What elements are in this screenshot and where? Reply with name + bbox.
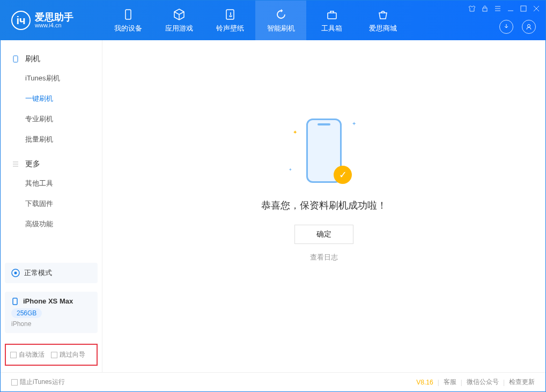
checkbox-skip-guide[interactable]: 跳过向导 <box>51 350 85 359</box>
close-icon[interactable] <box>533 5 540 12</box>
menu-icon[interactable] <box>494 5 501 12</box>
shirt-icon[interactable] <box>468 5 476 12</box>
maximize-icon[interactable] <box>520 5 527 12</box>
checkbox-auto-activate[interactable]: 自动激活 <box>10 350 45 359</box>
app-name: 爱思助手 <box>35 12 73 22</box>
nav-store[interactable]: 爱思商城 <box>357 1 408 40</box>
device-name: iPhone XS Max <box>23 297 73 305</box>
sidebar-item-batch[interactable]: 批量刷机 <box>1 129 102 150</box>
section-title: 更多 <box>25 159 40 169</box>
mode-label: 正常模式 <box>24 268 52 278</box>
device-box[interactable]: iPhone XS Max 256GB iPhone <box>5 292 98 333</box>
device-phone-icon <box>11 298 19 305</box>
svg-rect-2 <box>328 13 336 19</box>
checkbox-label: 自动激活 <box>19 350 45 359</box>
nav-tabs: 我的设备 应用游戏 铃声壁纸 智能刷机 工具箱 爱思商城 <box>102 1 408 40</box>
check-icon: ✓ <box>334 166 352 184</box>
nav-label: 应用游戏 <box>165 24 193 33</box>
header-actions <box>499 20 536 34</box>
option-box: 自动激活 跳过向导 <box>5 344 98 366</box>
svg-rect-4 <box>521 6 526 11</box>
nav-label: 智能刷机 <box>267 24 295 33</box>
toolbox-icon <box>326 8 338 21</box>
checkbox-icon <box>11 379 18 386</box>
view-log-link[interactable]: 查看日志 <box>310 253 338 262</box>
phone-icon <box>11 55 20 63</box>
nav-apps[interactable]: 应用游戏 <box>153 1 204 40</box>
device-type: iPhone <box>11 320 91 328</box>
main-content: ✦ ✦ ✦ ✓ 恭喜您，保资料刷机成功啦！ 确定 查看日志 <box>102 40 545 372</box>
sidebar-item-pro[interactable]: 专业刷机 <box>1 109 102 129</box>
cube-icon <box>173 8 186 21</box>
sidebar-item-firmware[interactable]: 下载固件 <box>1 194 102 214</box>
svg-rect-3 <box>483 8 487 11</box>
checkbox-label: 跳过向导 <box>60 350 85 359</box>
sidebar-section-flash: 刷机 <box>1 50 102 68</box>
support-link[interactable]: 客服 <box>444 378 456 387</box>
checkbox-icon <box>10 352 17 358</box>
nav-flash[interactable]: 智能刷机 <box>255 1 306 40</box>
logo-area: iч 爱思助手 www.i4.cn <box>1 11 102 30</box>
nav-label: 我的设备 <box>114 24 142 33</box>
checkbox-label: 阻止iTunes运行 <box>20 378 65 387</box>
store-icon <box>377 8 389 21</box>
wechat-link[interactable]: 微信公众号 <box>467 378 499 387</box>
mode-box[interactable]: 正常模式 <box>5 263 98 283</box>
device-icon <box>122 8 135 21</box>
nav-ringtones[interactable]: 铃声壁纸 <box>204 1 255 40</box>
logo-icon: iч <box>11 11 31 30</box>
download-icon[interactable] <box>499 20 513 34</box>
svg-rect-9 <box>13 298 17 305</box>
footer: 阻止iTunes运行 V8.16 | 客服 | 微信公众号 | 检查更新 <box>1 372 545 391</box>
ok-button[interactable]: 确定 <box>294 225 353 244</box>
list-icon <box>11 160 20 168</box>
nav-label: 工具箱 <box>321 24 342 33</box>
success-message: 恭喜您，保资料刷机成功啦！ <box>261 199 387 212</box>
version-label: V8.16 <box>416 379 433 386</box>
lock-icon[interactable] <box>481 5 489 12</box>
svg-rect-1 <box>226 10 234 19</box>
svg-point-5 <box>528 25 530 27</box>
svg-rect-6 <box>13 56 18 62</box>
sidebar-item-tools[interactable]: 其他工具 <box>1 173 102 194</box>
user-icon[interactable] <box>522 20 536 34</box>
sidebar-section-more: 更多 <box>1 155 102 173</box>
sidebar: 刷机 iTunes刷机 一键刷机 专业刷机 批量刷机 更多 其他工具 下载固件 … <box>1 40 102 372</box>
nav-label: 爱思商城 <box>369 24 397 33</box>
svg-rect-0 <box>126 10 131 19</box>
window-controls <box>468 5 540 12</box>
sidebar-item-itunes[interactable]: iTunes刷机 <box>1 68 102 88</box>
header: iч 爱思助手 www.i4.cn 我的设备 应用游戏 铃声壁纸 智能刷机 工具… <box>1 1 545 40</box>
app-url: www.i4.cn <box>35 22 73 28</box>
update-link[interactable]: 检查更新 <box>509 378 535 387</box>
checkbox-icon <box>51 352 57 358</box>
nav-label: 铃声壁纸 <box>216 24 244 33</box>
refresh-icon <box>275 8 287 21</box>
mode-icon <box>11 269 20 277</box>
minimize-icon[interactable] <box>507 5 514 12</box>
sidebar-item-advanced[interactable]: 高级功能 <box>1 214 102 234</box>
music-icon <box>224 8 237 21</box>
success-illustration: ✦ ✦ ✦ ✓ <box>292 119 356 188</box>
nav-my-device[interactable]: 我的设备 <box>102 1 153 40</box>
section-title: 刷机 <box>25 54 40 64</box>
device-storage: 256GB <box>11 308 42 318</box>
checkbox-block-itunes[interactable]: 阻止iTunes运行 <box>11 378 65 387</box>
nav-toolbox[interactable]: 工具箱 <box>306 1 357 40</box>
svg-point-8 <box>14 272 17 275</box>
sidebar-item-oneclick[interactable]: 一键刷机 <box>1 88 102 109</box>
